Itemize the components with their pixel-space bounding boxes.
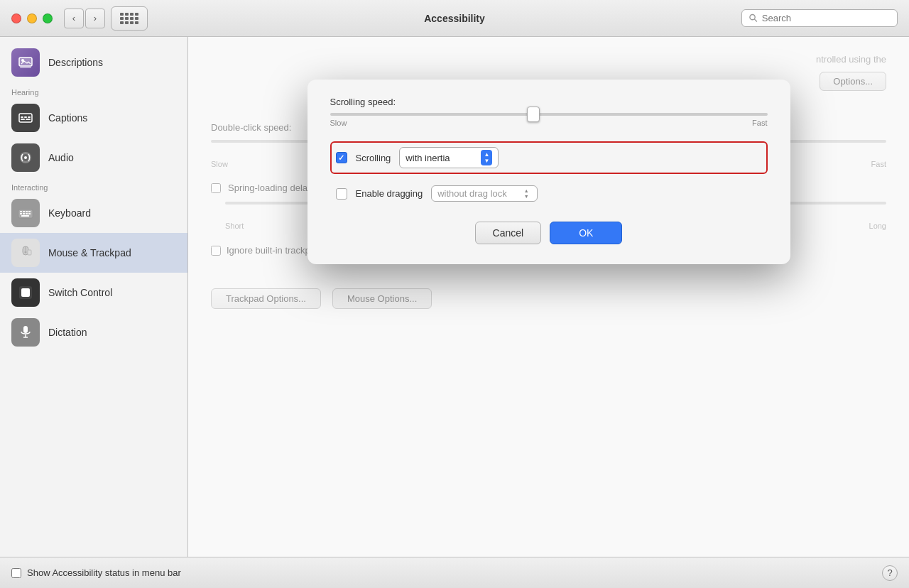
ok-button[interactable]: OK xyxy=(550,222,622,244)
nav-buttons: ‹ › xyxy=(64,9,105,28)
audio-icon xyxy=(11,143,40,172)
grid-button[interactable] xyxy=(111,6,148,31)
captions-icon xyxy=(11,104,40,132)
drag-select-text: without drag lock xyxy=(437,188,516,199)
back-button[interactable]: ‹ xyxy=(64,9,84,28)
drag-lock-select[interactable]: without drag lock ▲ ▼ xyxy=(431,185,538,202)
window-title: Accessibility xyxy=(424,13,485,24)
grid-icon xyxy=(120,13,138,24)
sidebar-item-captions[interactable]: Captions xyxy=(0,98,187,138)
show-status: Show Accessibility status in menu bar xyxy=(11,567,181,578)
svg-rect-21 xyxy=(26,213,28,214)
svg-rect-7 xyxy=(24,116,27,118)
svg-point-0 xyxy=(750,14,755,19)
modal-buttons: Cancel OK xyxy=(330,222,768,244)
show-status-checkbox[interactable] xyxy=(11,568,21,578)
sidebar-item-dictation[interactable]: Dictation xyxy=(0,312,187,352)
sidebar-item-mouse-trackpad[interactable]: Mouse & Trackpad xyxy=(0,233,187,273)
svg-rect-19 xyxy=(20,213,22,214)
enable-dragging-label: Enable dragging xyxy=(356,188,423,199)
sidebar-item-audio[interactable]: Audio xyxy=(0,138,187,178)
switch-control-icon xyxy=(11,278,40,307)
sidebar: Descriptions Hearing Captions xyxy=(0,37,188,557)
svg-rect-9 xyxy=(21,119,25,120)
svg-rect-30 xyxy=(23,326,28,333)
svg-rect-10 xyxy=(26,119,31,120)
scrolling-row: ✓ Scrolling with inertia ▲ ▼ xyxy=(330,141,768,174)
sidebar-item-descriptions[interactable]: Descriptions xyxy=(0,43,187,82)
svg-rect-15 xyxy=(20,211,22,212)
sidebar-label-captions: Captions xyxy=(48,112,87,124)
close-button[interactable] xyxy=(11,13,21,23)
section-interacting: Interacting xyxy=(0,178,187,193)
svg-rect-18 xyxy=(28,211,31,212)
scrolling-checkbox[interactable]: ✓ xyxy=(336,152,347,163)
sidebar-label-audio: Audio xyxy=(48,152,74,163)
right-panel: ntrolled using the Options... Double-cli… xyxy=(188,37,909,557)
forward-button[interactable]: › xyxy=(85,9,105,28)
scrolling-speed-label: Scrolling speed: xyxy=(330,97,768,107)
search-bar[interactable] xyxy=(741,9,898,27)
sidebar-label-dictation: Dictation xyxy=(48,327,87,338)
title-bar: ‹ › Accessibility xyxy=(0,0,909,37)
search-icon xyxy=(749,13,758,23)
svg-rect-23 xyxy=(21,215,29,217)
sidebar-label-switch-control: Switch Control xyxy=(48,287,112,298)
scrolling-speed-section: Scrolling speed: Slow Fast xyxy=(330,97,768,127)
minimize-button[interactable] xyxy=(27,13,37,23)
help-button[interactable]: ? xyxy=(882,565,898,581)
search-input[interactable] xyxy=(762,13,890,23)
sidebar-label-keyboard: Keyboard xyxy=(48,207,91,219)
modal-overlay: Scrolling speed: Slow Fast ✓ Scrol xyxy=(188,37,909,557)
svg-rect-16 xyxy=(23,211,25,212)
enable-dragging-checkbox[interactable] xyxy=(336,188,347,200)
drag-arrows-icon: ▲ ▼ xyxy=(521,188,531,199)
svg-rect-6 xyxy=(21,116,23,118)
svg-rect-22 xyxy=(28,213,31,214)
svg-rect-29 xyxy=(21,288,30,297)
dictation-icon xyxy=(11,318,40,347)
keyboard-icon xyxy=(11,199,40,227)
main-content: Descriptions Hearing Captions xyxy=(0,37,909,557)
svg-rect-17 xyxy=(26,211,28,212)
traffic-lights xyxy=(11,13,53,23)
checkmark-icon: ✓ xyxy=(338,153,344,163)
section-hearing: Hearing xyxy=(0,82,187,98)
svg-point-13 xyxy=(24,156,27,159)
svg-rect-4 xyxy=(20,67,31,68)
modal-fast-label: Fast xyxy=(752,119,767,127)
mouse-trackpad-icon xyxy=(11,239,40,267)
cancel-button[interactable]: Cancel xyxy=(475,222,542,244)
sidebar-label-mouse-trackpad: Mouse & Trackpad xyxy=(48,247,131,258)
sidebar-item-switch-control[interactable]: Switch Control xyxy=(0,273,187,312)
show-status-label: Show Accessibility status in menu bar xyxy=(27,567,181,578)
svg-rect-27 xyxy=(28,250,31,255)
status-bar: Show Accessibility status in menu bar ? xyxy=(0,557,909,588)
scrolling-label: Scrolling xyxy=(356,153,391,163)
svg-rect-8 xyxy=(28,116,31,118)
fullscreen-button[interactable] xyxy=(43,13,53,23)
sidebar-item-keyboard[interactable]: Keyboard xyxy=(0,193,187,233)
descriptions-icon xyxy=(11,48,40,77)
svg-rect-20 xyxy=(23,213,25,214)
select-arrows-icon: ▲ ▼ xyxy=(481,150,492,165)
svg-point-26 xyxy=(25,251,27,254)
sidebar-label-descriptions: Descriptions xyxy=(48,57,103,68)
dragging-row: Enable dragging without drag lock ▲ ▼ xyxy=(330,185,768,202)
svg-line-1 xyxy=(754,19,757,22)
scrolling-speed-slider[interactable] xyxy=(330,113,768,116)
inertia-select[interactable]: with inertia ▲ ▼ xyxy=(399,147,499,168)
scrolling-options-modal: Scrolling speed: Slow Fast ✓ Scrol xyxy=(307,80,790,264)
inertia-select-text: with inertia xyxy=(405,153,475,163)
modal-slow-label: Slow xyxy=(330,119,347,127)
